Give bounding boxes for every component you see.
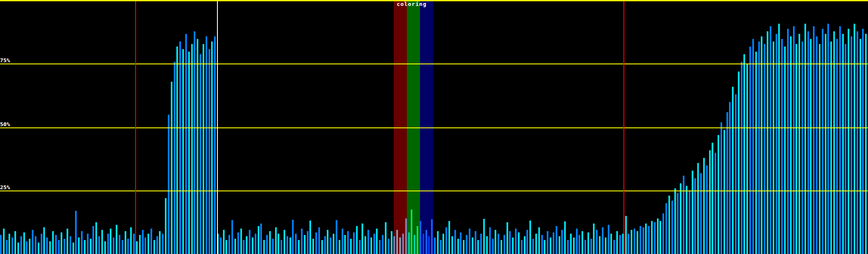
histogram-bar [168, 115, 170, 254]
histogram-bar [342, 229, 343, 254]
histogram-bar [683, 176, 684, 254]
histogram-bar [260, 224, 262, 254]
histogram-bar [781, 39, 783, 254]
histogram-bar [125, 231, 126, 254]
histogram-bar [35, 236, 36, 254]
histogram-bar [223, 230, 225, 254]
histogram-bar [718, 135, 719, 254]
gridline-top [0, 0, 868, 1]
histogram-bar [515, 229, 517, 254]
histogram-bar [793, 26, 795, 254]
histogram-bar [344, 235, 346, 254]
histogram-bar [17, 243, 19, 254]
histogram-bar [58, 240, 60, 254]
histogram-bar [761, 36, 762, 254]
histogram-bar [801, 41, 803, 254]
histogram-bar [498, 234, 499, 254]
histogram-bar [98, 236, 100, 254]
histogram-bar [605, 237, 606, 254]
histogram-bar [677, 193, 679, 254]
histogram-bar [442, 234, 444, 254]
histogram-bar [87, 234, 89, 254]
histogram-bar [680, 183, 682, 254]
histogram-bar [654, 222, 656, 254]
histogram-bar [266, 235, 268, 254]
tick-label-50pct: 50% [0, 121, 10, 127]
histogram-bar [281, 240, 282, 254]
histogram-bar [373, 234, 375, 254]
histogram-bar [11, 237, 13, 254]
histogram-bar [608, 225, 609, 254]
histogram-bar [362, 224, 363, 254]
histogram-bar [162, 234, 164, 254]
histogram-bar [813, 26, 815, 254]
histogram-bar [130, 227, 132, 254]
histogram-bar [764, 44, 765, 254]
histogram-bar [385, 222, 387, 254]
histogram-bar [524, 236, 526, 254]
histogram-bar [333, 234, 334, 254]
histogram-bar [573, 237, 575, 254]
histogram-bar [472, 237, 473, 254]
histogram-bar [596, 230, 598, 254]
histogram-bar [301, 229, 303, 254]
histogram-bar [804, 24, 806, 254]
histogram-bar [408, 232, 410, 254]
histogram-bar [14, 231, 16, 254]
histogram-bar [234, 239, 236, 254]
histogram-bar [535, 234, 537, 254]
histogram-bar [231, 220, 233, 254]
histogram-bar [237, 232, 239, 254]
histogram-bar [26, 241, 28, 254]
histogram-bar [648, 226, 650, 254]
histogram-bar [475, 231, 476, 254]
histogram-bar [857, 31, 858, 254]
histogram-bar [825, 34, 826, 254]
histogram-bar [556, 226, 557, 254]
histogram-bar [836, 39, 838, 254]
histogram-bar [258, 226, 259, 254]
histogram-bar [110, 229, 111, 254]
histogram-bar [101, 230, 103, 254]
red-marker-line-2 [623, 1, 624, 254]
histogram-bar [631, 230, 632, 254]
histogram-bar [336, 220, 337, 254]
histogram-bar [6, 240, 8, 254]
histogram-bar [561, 230, 563, 254]
histogram-bar [95, 222, 97, 254]
histogram-bar [721, 122, 722, 254]
histogram-bar [712, 143, 713, 254]
histogram-bar [428, 236, 430, 254]
histogram-bar [64, 239, 65, 254]
gridline-25pct [0, 190, 868, 191]
histogram-bar [307, 231, 309, 254]
histogram-bar [798, 34, 800, 254]
histogram-bar [350, 239, 352, 254]
histogram-bar [225, 240, 227, 254]
histogram-bar [399, 237, 401, 254]
histogram-bar [506, 222, 508, 254]
histogram-bar [755, 52, 757, 254]
histogram-bar [339, 240, 340, 254]
gridline-50pct [0, 127, 868, 128]
histogram-bar [145, 237, 146, 254]
histogram-bar [486, 236, 488, 254]
histogram-bar [191, 44, 193, 254]
histogram-bar [460, 232, 462, 254]
histogram-bar [298, 240, 300, 254]
histogram-bar [440, 240, 442, 254]
histogram-bar [842, 34, 844, 254]
histogram-bar [136, 241, 138, 254]
histogram-bar [668, 196, 670, 254]
histogram-bar [526, 230, 528, 254]
histogram-bar [665, 203, 667, 254]
histogram-bar [796, 44, 797, 254]
histogram-bar [541, 235, 543, 254]
histogram-bar [165, 198, 167, 254]
histogram-bar [689, 190, 690, 254]
histogram-bar [437, 231, 439, 254]
histogram-bar [197, 39, 198, 254]
histogram-bar [645, 224, 647, 254]
histogram-bar [364, 236, 366, 254]
histogram-bar [495, 230, 496, 254]
